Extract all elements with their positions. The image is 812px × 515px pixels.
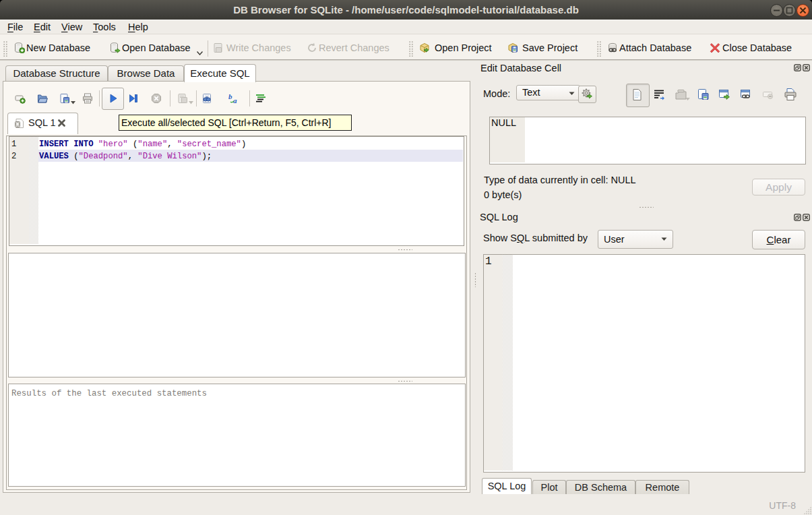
svg-text:b: b: [228, 93, 232, 100]
svg-text:a: a: [233, 96, 237, 104]
